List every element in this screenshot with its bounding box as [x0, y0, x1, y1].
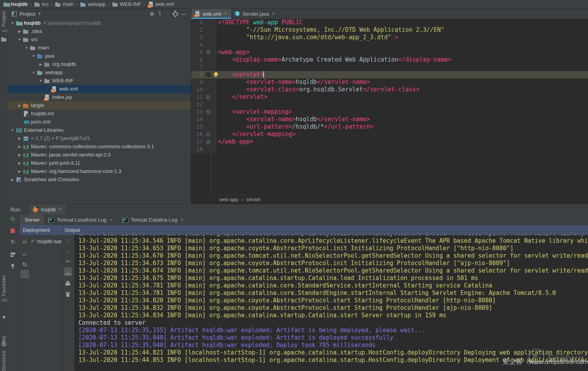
- editor-tab-web.xml[interactable]: web.xml×: [191, 9, 231, 19]
- deploy-icon[interactable]: ⇄: [22, 239, 28, 245]
- locate-icon[interactable]: ⊕: [149, 11, 155, 17]
- collapse-all-icon[interactable]: [157, 11, 164, 17]
- tree-row--1.7-2-F-java-jdk7u21[interactable]: ▶< 1.7 (2) > F:\java\jdk7u21: [8, 134, 191, 142]
- close-icon[interactable]: ×: [271, 11, 276, 17]
- tree-toggle-icon[interactable]: ▶: [16, 29, 23, 33]
- run-view-tab-Tomcat-Catalina-Log[interactable]: Tomcat Catalina Log×: [118, 215, 189, 225]
- code-area[interactable]: 1<!DOCTYPE web-app PUBLIC2 "-//Sun Micro…: [191, 19, 588, 195]
- sidebar-item-project[interactable]: 1: Project: [1, 11, 7, 34]
- scrollend-icon[interactable]: ↓: [65, 269, 71, 275]
- close-icon[interactable]: ×: [58, 206, 63, 213]
- tree-row-main[interactable]: ▼main: [8, 44, 191, 52]
- tree-toggle-icon[interactable]: ▶: [16, 153, 23, 157]
- breadcrumb-item-hsqldb[interactable]: hsqldb: [3, 0, 28, 9]
- fold-marker-cell[interactable]: ▾: [203, 71, 213, 78]
- tree-toggle-icon[interactable]: ▶: [38, 62, 44, 66]
- editor-breadcrumb-item-web-app[interactable]: web-app: [219, 197, 238, 202]
- tree-row-index.jsp[interactable]: index.jsp: [8, 93, 191, 101]
- up-icon[interactable]: ↑: [65, 237, 71, 244]
- pin-icon[interactable]: [10, 263, 16, 269]
- restart-icon[interactable]: ↻: [10, 239, 16, 245]
- run-configuration-tab[interactable]: hsqldb ×: [30, 204, 65, 215]
- tree-row-hsqldb.iml[interactable]: hsqldb.iml: [8, 109, 191, 118]
- gutter: 11▴: [191, 93, 216, 101]
- hide-panel-icon[interactable]: —: [181, 11, 187, 17]
- tree-row-src[interactable]: ▼src: [8, 35, 191, 44]
- layout-icon[interactable]: [10, 251, 16, 258]
- breadcrumb-item-WEB-INF[interactable]: WEB-INF: [112, 0, 141, 9]
- breadcrumb-item-web.xml[interactable]: web.xml: [148, 0, 174, 9]
- down-icon[interactable]: ↓: [65, 248, 71, 255]
- project-panel-title[interactable]: Project: [20, 11, 35, 17]
- tree-toggle-icon[interactable]: ▶: [16, 161, 23, 165]
- tree-toggle-icon[interactable]: ▼: [38, 79, 44, 83]
- fold-open-icon[interactable]: ▾: [206, 50, 210, 55]
- tree-row-org.hsqldb[interactable]: ▶org.hsqldb: [8, 60, 191, 68]
- stop-icon[interactable]: [10, 228, 16, 234]
- sidebar-item-structure[interactable]: 7: Structure: [1, 351, 7, 371]
- tree-toggle-icon[interactable]: ▶: [16, 145, 23, 149]
- close-icon[interactable]: ×: [223, 11, 228, 17]
- tree-row-.idea[interactable]: ▶.idea: [8, 27, 191, 35]
- fold-marker-cell[interactable]: ▴: [203, 93, 213, 101]
- run-view-tab-Server[interactable]: Server: [20, 215, 44, 225]
- editor-tab-Servlet.java[interactable]: Servlet.java×: [231, 9, 279, 19]
- breadcrumb-item-webapp[interactable]: webapp: [80, 0, 106, 9]
- tree-toggle-icon[interactable]: ▼: [24, 46, 30, 50]
- trash-icon[interactable]: [65, 291, 71, 298]
- tree-toggle-icon[interactable]: ▶: [9, 178, 16, 182]
- java-class-icon: [234, 11, 241, 17]
- rerun-icon[interactable]: ↻: [10, 216, 16, 222]
- tree-row-pom.xml[interactable]: pom.xml: [8, 118, 191, 126]
- sidebar-item-web[interactable]: Web: [1, 336, 7, 347]
- fold-open-icon[interactable]: ▾: [206, 73, 210, 77]
- deploy-all-icon[interactable]: [22, 271, 28, 277]
- run-view-tab-Tomcat-Localhost-Log[interactable]: Tomcat Localhost Log×: [44, 215, 118, 225]
- tree-toggle-icon[interactable]: ▼: [9, 21, 16, 25]
- fold-end-icon[interactable]: ▴: [206, 140, 210, 144]
- tree-path-suffix: F:\java\javaproject\hsqldb: [43, 20, 101, 26]
- tree-toggle-icon[interactable]: ▶: [16, 104, 23, 107]
- tree-row-External-Libraries[interactable]: ▼External Libraries: [8, 126, 191, 134]
- sidebar-item-favorites[interactable]: 2: Favorites: [1, 275, 7, 303]
- softwrap-icon[interactable]: ↩: [65, 258, 71, 265]
- intention-bulb-icon[interactable]: [213, 72, 219, 78]
- tree-toggle-icon[interactable]: ▶: [16, 169, 23, 173]
- tree-toggle-icon[interactable]: ▼: [31, 71, 37, 75]
- tree-row-Maven-commons-collections-commons-collections-3.1[interactable]: ▶Maven: commons-collections:commons-coll…: [8, 142, 191, 151]
- tree-row-web.xml[interactable]: web.xml: [8, 85, 191, 93]
- project-tool-icon[interactable]: [1, 36, 7, 42]
- fold-open-icon[interactable]: ▾: [206, 110, 210, 114]
- gear-icon[interactable]: [172, 11, 178, 17]
- tree-row-Maven-junit-junit-4.11[interactable]: ▶Maven: junit:junit:4.11: [8, 159, 191, 167]
- print-icon[interactable]: [65, 280, 71, 287]
- editor-breadcrumb-item-servlet[interactable]: servlet: [246, 197, 261, 202]
- close-icon[interactable]: ×: [109, 217, 114, 223]
- sync-icon[interactable]: ↻: [22, 262, 28, 268]
- breadcrumb-item-src[interactable]: src: [34, 0, 49, 9]
- tree-toggle-icon[interactable]: ▼: [9, 128, 16, 132]
- fold-marker-cell[interactable]: ▾: [203, 49, 213, 56]
- tree-row-WEB-INF[interactable]: ▼WEB-INF: [8, 76, 191, 85]
- fold-marker-cell[interactable]: ▾: [203, 108, 213, 116]
- fold-end-icon[interactable]: ▴: [206, 132, 210, 136]
- tree-row-webapp[interactable]: ▼webapp: [8, 68, 191, 76]
- tree-row-hsqldb[interactable]: ▼hsqldbF:\java\javaproject\hsqldb: [8, 19, 191, 27]
- favorites-star-icon[interactable]: ★: [1, 314, 7, 320]
- close-icon[interactable]: ×: [179, 217, 184, 223]
- fold-end-icon[interactable]: ▴: [206, 95, 210, 99]
- tree-toggle-icon[interactable]: ▼: [16, 38, 23, 42]
- tree-toggle-icon[interactable]: ▶: [16, 136, 23, 140]
- breadcrumb-item-main[interactable]: main: [55, 0, 74, 9]
- console-output[interactable]: 13-Jul-2020 11:25:34.544 INFO [main] org…: [74, 235, 588, 371]
- tree-row-Scratches-and-Consoles[interactable]: ▶Scratches and Consoles: [8, 175, 191, 184]
- fold-marker-cell[interactable]: ▴: [203, 138, 213, 145]
- tree-row-java[interactable]: ▼java: [8, 52, 191, 60]
- fold-marker-cell[interactable]: ▴: [203, 131, 213, 138]
- tree-row-Maven-javax.servlet-servlet-api-2.5[interactable]: ▶Maven: javax.servlet:servlet-api:2.5: [8, 151, 191, 159]
- undeploy-icon[interactable]: ⇄: [22, 251, 28, 258]
- chevron-down-icon[interactable]: ▼: [38, 12, 41, 16]
- tree-row-Maven-org.hamcrest-hamcrest-core-1.3[interactable]: ▶Maven: org.hamcrest:hamcrest-core:1.3: [8, 167, 191, 175]
- tree-toggle-icon[interactable]: ▼: [31, 54, 37, 58]
- tree-row-target[interactable]: ▶target: [8, 101, 191, 109]
